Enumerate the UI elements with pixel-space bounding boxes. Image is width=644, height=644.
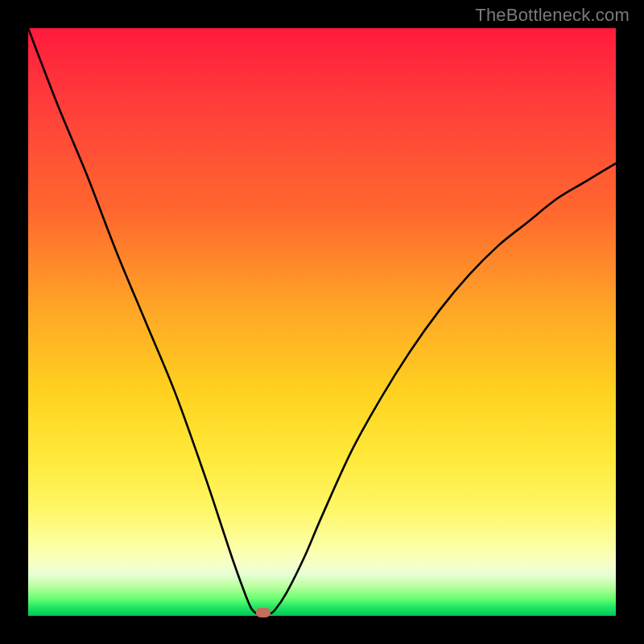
optimum-marker <box>256 608 270 617</box>
watermark-text: TheBottleneck.com <box>475 5 630 26</box>
plot-area <box>28 28 616 616</box>
chart-frame: TheBottleneck.com <box>0 0 644 644</box>
bottleneck-curve <box>28 28 616 616</box>
